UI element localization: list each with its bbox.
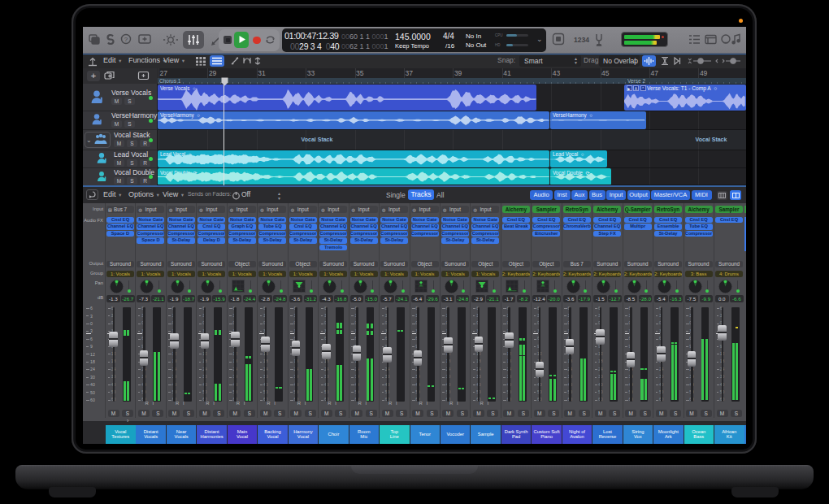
svg-text:?: ? <box>124 36 128 43</box>
